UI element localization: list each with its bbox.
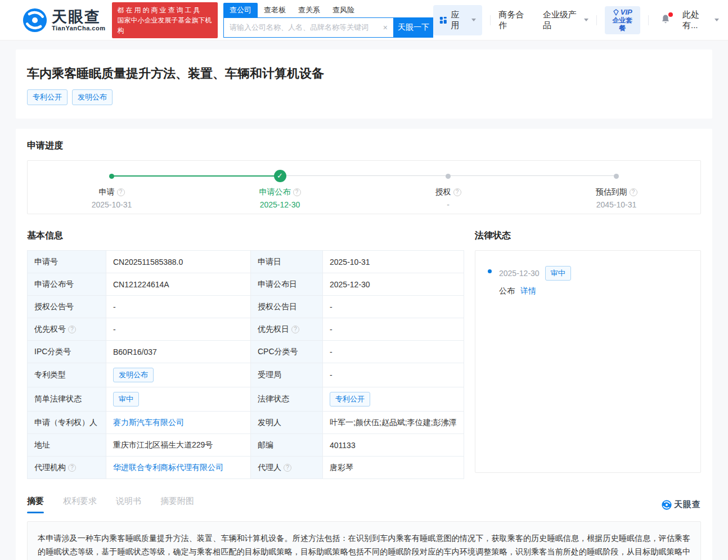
help-icon[interactable] [291, 326, 299, 333]
logo-domain: TianYanCha.com [52, 25, 105, 31]
help-icon[interactable] [630, 188, 637, 196]
timeline-step-expiry: 预估到期 2045-10-31 [566, 170, 667, 209]
progress-section-title: 申请进度 [27, 140, 701, 152]
search-tab-company[interactable]: 查公司 [223, 3, 258, 17]
field-label: 授权公告号 [28, 296, 106, 318]
patent-type-badge[interactable]: 发明公布 [113, 368, 154, 382]
field-value: 2025-12-30 [323, 273, 464, 296]
legal-action-label: 公布 [499, 286, 515, 295]
field-value: 赛力斯汽车有限公司 [106, 412, 251, 434]
user-menu[interactable]: 此处有... [682, 10, 719, 31]
help-icon[interactable] [117, 188, 125, 196]
field-value: 401133 [323, 434, 464, 457]
legal-status-panel: 2025-12-30 审中 公布 详情 [475, 250, 701, 473]
search-button[interactable]: 天眼一下 [394, 17, 433, 38]
search-tab-risk[interactable]: 查风险 [326, 3, 361, 17]
table-row: 申请号 CN202511585388.0 申请日 2025-10-31 [28, 251, 464, 273]
table-row: 专利类型 发明公布 受理局 - [28, 363, 464, 387]
search-tab-relation[interactable]: 查关系 [292, 3, 326, 17]
vip-diamond-icon [613, 9, 619, 16]
field-label: CPC分类号 [251, 341, 323, 363]
table-row: 授权公告号 - 授权公告日 - [28, 296, 464, 318]
clear-icon[interactable]: × [378, 23, 393, 32]
field-label: 代理人 [251, 457, 323, 479]
step-label: 申请公布 [259, 187, 291, 196]
application-timeline: 申请 2025-10-31 ✓ 申请公布 2025-12-30 授权 - 预估到… [27, 160, 701, 214]
table-row: 优先权号 - 优先权日 - [28, 318, 464, 341]
promo-banner: 都在用的商业查询工具 国家中小企业发展子基金旗下机构 [112, 2, 218, 38]
field-value: 唐彩琴 [323, 457, 464, 479]
field-value: 审中 [106, 387, 251, 412]
field-label: 发明人 [251, 412, 323, 434]
field-label: 专利类型 [28, 363, 106, 387]
vip-sublabel: 企业套餐 [610, 16, 635, 32]
tianyancha-logo[interactable]: 天眼查 TianYanCha.com [23, 8, 105, 33]
legal-status-badge[interactable]: 专利公开 [330, 392, 370, 407]
timeline-step-application: 申请 2025-10-31 [61, 170, 163, 209]
chevron-down-icon [584, 19, 588, 21]
field-label: 优先权号 [28, 318, 106, 341]
help-icon[interactable] [284, 464, 291, 472]
field-value: 发明公布 [106, 363, 251, 387]
field-label: 申请（专利权）人 [28, 412, 106, 434]
field-label: 邮编 [251, 434, 323, 457]
field-value: - [323, 363, 464, 387]
help-icon[interactable] [453, 188, 461, 196]
legal-status-item: 2025-12-30 审中 公布 详情 [487, 266, 689, 296]
nav-business-cooperation[interactable]: 商务合作 [498, 10, 529, 31]
field-label: 法律状态 [251, 387, 323, 412]
tianyancha-logo-icon [23, 8, 47, 33]
field-value: 专利公开 [323, 387, 464, 412]
search-module: 查公司 查老板 查关系 查风险 × 天眼一下 [223, 3, 433, 38]
tab-description[interactable]: 说明书 [116, 496, 141, 513]
chevron-down-icon [714, 19, 719, 21]
legal-status-badge[interactable]: 审中 [545, 266, 571, 281]
patent-type-tag[interactable]: 发明公布 [72, 89, 113, 105]
nav-enterprise-products[interactable]: 企业级产品 [543, 10, 588, 31]
patent-status-tag[interactable]: 专利公开 [27, 89, 68, 105]
agency-link[interactable]: 华进联合专利商标代理有限公司 [113, 463, 223, 472]
basic-info-table: 申请号 CN202511585388.0 申请日 2025-10-31 申请公布… [27, 250, 464, 479]
legal-detail-link[interactable]: 详情 [520, 286, 536, 295]
notifications-button[interactable] [660, 13, 671, 27]
help-icon[interactable] [293, 188, 301, 196]
table-row: 地址 重庆市江北区福生大道229号 邮编 401133 [28, 434, 464, 457]
user-menu-label: 此处有... [682, 10, 711, 31]
search-input[interactable] [224, 23, 378, 31]
step-date: - [398, 200, 499, 209]
timeline-dot-done [109, 174, 114, 179]
applicant-link[interactable]: 赛力斯汽车有限公司 [113, 418, 184, 427]
timeline-step-publication: ✓ 申请公布 2025-12-30 [230, 170, 331, 209]
notification-dot [668, 12, 673, 17]
promo-line2: 国家中小企业发展子基金旗下机构 [117, 15, 213, 35]
help-icon[interactable] [68, 326, 76, 333]
divider [648, 15, 649, 25]
tab-abstract[interactable]: 摘要 [27, 496, 44, 513]
search-tab-boss[interactable]: 查老板 [258, 3, 292, 17]
divider [596, 15, 597, 25]
table-row: IPC分类号 B60R16/037 CPC分类号 - [28, 341, 464, 363]
patent-title-card: 车内乘客睡眠质量提升方法、装置、车辆和计算机设备 专利公开 发明公布 [16, 49, 712, 119]
field-label: 申请号 [28, 251, 106, 273]
tab-abstract-figure[interactable]: 摘要附图 [160, 496, 194, 513]
patent-detail-card: 申请进度 申请 2025-10-31 ✓ 申请公布 2025-12-30 授权 … [16, 129, 712, 560]
field-value: 华进联合专利商标代理有限公司 [106, 457, 251, 479]
help-icon[interactable] [68, 464, 76, 472]
field-value: 2025-10-31 [323, 251, 464, 273]
field-label: 申请公布日 [251, 273, 323, 296]
vip-label: VIP [621, 8, 632, 16]
apps-menu-label: 应用 [451, 10, 466, 31]
field-label: IPC分类号 [28, 341, 106, 363]
top-header: 天眼查 TianYanCha.com 都在用的商业查询工具 国家中小企业发展子基… [0, 0, 728, 40]
table-row: 申请（专利权）人 赛力斯汽车有限公司 发明人 叶军一;颜伏伍;赵品斌;李位建;彭… [28, 412, 464, 434]
simple-legal-status-badge[interactable]: 审中 [113, 392, 139, 407]
field-value: 叶军一;颜伏伍;赵品斌;李位建;彭沸潭 [323, 412, 464, 434]
tab-claims[interactable]: 权利要求 [63, 496, 97, 513]
field-label: 优先权日 [251, 318, 323, 341]
vip-package-button[interactable]: VIP 企业套餐 [605, 6, 641, 34]
field-label: 授权公告日 [251, 296, 323, 318]
divider [490, 15, 491, 25]
apps-menu-button[interactable]: 应用 [433, 5, 482, 35]
abstract-text: 本申请涉及一种车内乘客睡眠质量提升方法、装置、车辆和计算机设备。所述方法包括：在… [38, 531, 690, 560]
table-row: 简单法律状态 审中 法律状态 专利公开 [28, 387, 464, 412]
